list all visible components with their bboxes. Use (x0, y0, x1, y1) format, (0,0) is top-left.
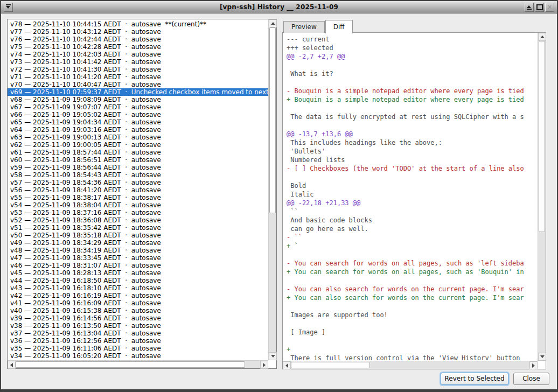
window-title: [vpn-ssh] History __ 2025-11-09 (1, 3, 557, 11)
triangle-right-icon (532, 363, 535, 368)
diff-line: @@ -2,7 +2,7 @@ (287, 52, 537, 61)
list-item[interactable]: v38 — 2025-11-09 16:13:50 AEDT · autosav… (8, 322, 268, 330)
scrollbar-trough[interactable] (370, 361, 529, 369)
diff-line: Italic (287, 190, 537, 199)
diff-line: Numbered lists (287, 156, 537, 164)
close-icon: ✕ (547, 4, 552, 10)
list-item[interactable]: v66 — 2025-11-09 19:05:02 AEDT · autosav… (8, 111, 268, 118)
list-item[interactable]: v53 — 2025-11-09 18:37:16 AEDT · autosav… (8, 209, 268, 216)
scrollbar-thumb[interactable] (16, 361, 245, 368)
list-item[interactable]: v58 — 2025-11-09 18:54:43 AEDT · autosav… (8, 171, 268, 179)
minimize-button[interactable] (525, 3, 534, 12)
list-item[interactable]: v59 — 2025-11-09 18:56:44 AEDT · autosav… (8, 164, 268, 171)
list-item[interactable]: v40 — 2025-11-09 16:15:38 AEDT · autosav… (8, 307, 268, 314)
list-item[interactable]: v54 — 2025-11-09 18:38:04 AEDT · autosav… (8, 201, 268, 209)
list-item[interactable]: v75 — 2025-11-10 10:42:28 AEDT · autosav… (8, 43, 268, 51)
list-item[interactable]: v52 — 2025-11-09 18:36:08 AEDT · autosav… (8, 216, 268, 224)
list-item[interactable]: v41 — 2025-11-09 16:16:09 AEDT · autosav… (8, 299, 268, 307)
window-close-button[interactable]: ✕ (545, 3, 554, 12)
scroll-left-arrow[interactable] (8, 361, 16, 369)
list-item[interactable]: v39 — 2025-11-09 16:14:56 AEDT · autosav… (8, 314, 268, 322)
diff-line: + You can also search for words on the c… (287, 293, 537, 302)
diff-line: - You can also search for words on the c… (287, 285, 537, 293)
scroll-right-arrow[interactable] (260, 361, 268, 369)
scroll-down-arrow[interactable] (269, 352, 277, 360)
diff-line (287, 319, 537, 328)
list-item[interactable]: v51 — 2025-11-09 18:35:42 AEDT · autosav… (8, 224, 268, 232)
list-item[interactable]: v70 — 2025-11-10 10:40:47 AEDT · autosav… (8, 81, 268, 88)
scroll-down-arrow[interactable] (538, 353, 546, 361)
list-item[interactable]: v47 — 2025-11-09 18:33:45 AEDT · autosav… (8, 254, 268, 262)
list-item[interactable]: v65 — 2025-11-09 19:04:34 AEDT · autosav… (8, 118, 268, 126)
diff-line: There is full version control via the 'V… (287, 354, 537, 360)
list-item[interactable]: v37 — 2025-11-09 16:13:04 AEDT · autosav… (8, 330, 268, 337)
close-button[interactable]: Close (513, 373, 549, 385)
diff-line: can go here as well. (287, 225, 537, 233)
tab-diff[interactable]: Diff (325, 20, 353, 33)
diff-line: + Bouquin is a simple notepad editor whe… (287, 95, 537, 104)
scroll-up-arrow[interactable] (538, 33, 546, 41)
triangle-left-icon (285, 363, 288, 368)
diff-vertical-scrollbar[interactable] (538, 33, 546, 361)
list-item[interactable]: v71 — 2025-11-10 10:41:20 AEDT · autosav… (8, 73, 268, 81)
list-item[interactable]: v57 — 2025-11-09 18:54:36 AEDT · autosav… (8, 179, 268, 186)
list-item[interactable]: v63 — 2025-11-09 19:00:13 AEDT · autosav… (8, 134, 268, 141)
list-item[interactable]: v76 — 2025-11-10 10:42:44 AEDT · autosav… (8, 36, 268, 43)
scrollbar-trough[interactable] (538, 232, 546, 353)
scrollbar-thumb[interactable] (291, 362, 370, 368)
list-item[interactable]: v64 — 2025-11-09 19:03:16 AEDT · autosav… (8, 126, 268, 134)
list-item[interactable]: v36 — 2025-11-09 16:12:56 AEDT · autosav… (8, 337, 268, 345)
scrollbar-thumb[interactable] (269, 27, 276, 213)
list-item[interactable]: v73 — 2025-11-10 10:41:42 AEDT · autosav… (8, 58, 268, 66)
list-item[interactable]: v56 — 2025-11-09 18:41:20 AEDT · autosav… (8, 186, 268, 194)
diff-horizontal-scrollbar[interactable] (283, 361, 538, 369)
list-item[interactable]: v74 — 2025-11-10 10:42:03 AEDT · autosav… (8, 51, 268, 58)
diff-line: 'Bullets' (287, 147, 537, 156)
list-item[interactable]: v78 — 2025-11-10 10:44:15 AEDT · autosav… (8, 20, 268, 28)
list-item[interactable]: v44 — 2025-11-09 16:18:50 AEDT · autosav… (8, 277, 268, 284)
titlebar[interactable]: [vpn-ssh] History __ 2025-11-09 ✕ (1, 1, 557, 13)
revert-to-selected-button[interactable]: Revert to Selected (441, 373, 508, 385)
list-item[interactable]: v62 — 2025-11-09 19:00:05 AEDT · autosav… (8, 141, 268, 149)
list-item[interactable]: v77 — 2025-11-10 10:43:12 AEDT · autosav… (8, 28, 268, 36)
list-item[interactable]: v49 — 2025-11-09 18:34:29 AEDT · autosav… (8, 239, 268, 247)
diff-line (287, 337, 537, 345)
list-item[interactable]: v43 — 2025-11-09 16:18:10 AEDT · autosav… (8, 284, 268, 292)
diff-line: - `` (287, 233, 537, 242)
window-menu-button[interactable] (4, 3, 13, 12)
diff-line: `` (287, 207, 537, 216)
list-item[interactable]: v61 — 2025-11-09 18:57:44 AEDT · autosav… (8, 149, 268, 156)
scroll-right-arrow[interactable] (529, 361, 538, 369)
tab-preview[interactable]: Preview (283, 21, 325, 33)
diff-line (287, 61, 537, 69)
list-item[interactable]: v67 — 2025-11-09 19:07:07 AEDT · autosav… (8, 103, 268, 111)
scrollbar-thumb[interactable] (539, 41, 545, 232)
list-item[interactable]: v46 — 2025-11-09 18:31:07 AEDT · autosav… (8, 262, 268, 269)
list-item[interactable]: v72 — 2025-11-10 10:41:30 AEDT · autosav… (8, 66, 268, 73)
diff-line: - [ ] Checkboxes (the word 'TODO' at the… (287, 164, 537, 173)
history-horizontal-scrollbar[interactable] (8, 360, 268, 368)
triangle-down-icon (540, 355, 545, 358)
history-vertical-scrollbar[interactable] (268, 19, 276, 360)
scrollbar-trough[interactable] (245, 361, 260, 368)
diff-line: - You can search for words on all pages,… (287, 259, 537, 268)
list-item[interactable]: v50 — 2025-11-09 18:35:18 AEDT · autosav… (8, 232, 268, 239)
diff-line: [ Image ] (287, 328, 537, 337)
scroll-left-arrow[interactable] (283, 361, 291, 369)
list-item[interactable]: v60 — 2025-11-09 18:56:51 AEDT · autosav… (8, 156, 268, 164)
list-item[interactable]: v34 — 2025-11-09 16:05:20 AEDT · autosav… (8, 352, 268, 360)
diff-line: --- current (287, 35, 537, 44)
list-item[interactable]: v68 — 2025-11-09 19:08:09 AEDT · autosav… (8, 96, 268, 103)
maximize-button[interactable] (535, 3, 544, 12)
list-item[interactable]: v42 — 2025-11-09 16:16:19 AEDT · autosav… (8, 292, 268, 299)
diff-line: - Bouquin is a simple notepad editor whe… (287, 87, 537, 95)
list-item[interactable]: v55 — 2025-11-09 18:38:17 AEDT · autosav… (8, 194, 268, 201)
scroll-up-arrow[interactable] (269, 19, 277, 27)
diff-line: @@ -13,7 +13,6 @@ (287, 130, 537, 138)
scrollbar-trough[interactable] (269, 213, 276, 352)
diff-line: @@ -22,18 +21,33 @@ (287, 199, 537, 207)
list-item[interactable]: v69 — 2025-11-10 07:59:37 AEDT · Uncheck… (8, 88, 268, 96)
list-item[interactable]: v48 — 2025-11-09 18:34:19 AEDT · autosav… (8, 247, 268, 254)
list-item[interactable]: v35 — 2025-11-09 16:11:06 AEDT · autosav… (8, 345, 268, 352)
list-item[interactable]: v45 — 2025-11-09 18:28:13 AEDT · autosav… (8, 269, 268, 277)
